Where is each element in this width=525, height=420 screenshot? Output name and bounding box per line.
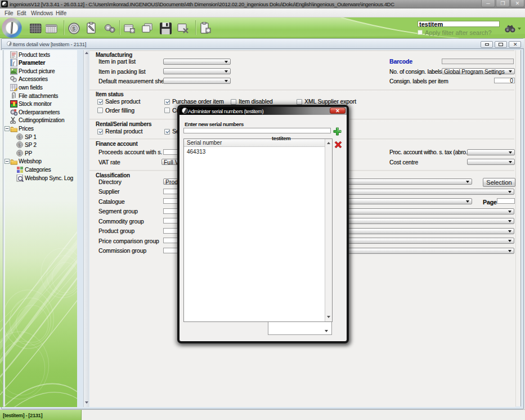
svg-text:$: $ [19,151,21,155]
svg-text:$: $ [72,25,75,32]
svg-text:$: $ [19,135,21,139]
svg-text:$: $ [19,143,21,147]
